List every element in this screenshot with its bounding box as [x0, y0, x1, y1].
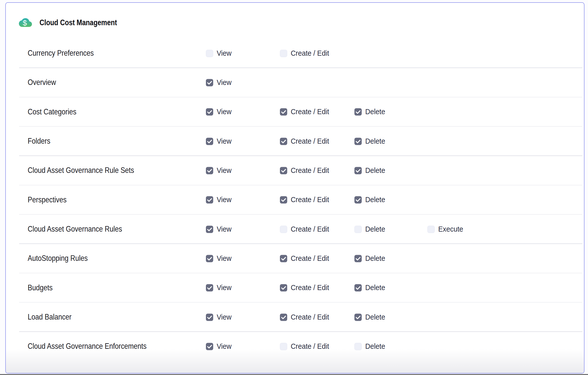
svg-text:$: $	[23, 19, 27, 27]
